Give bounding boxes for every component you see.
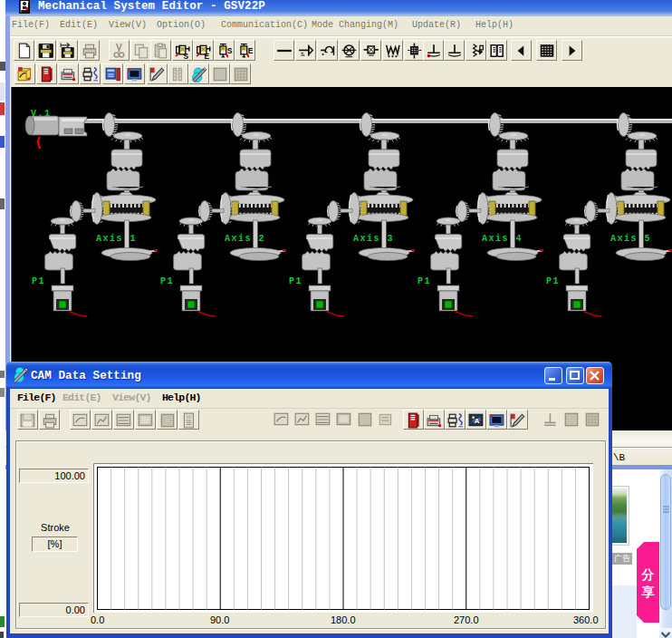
svg-text:S: S bbox=[184, 52, 189, 59]
svg-text:P1: P1 bbox=[546, 276, 560, 286]
svg-text:Axis 3: Axis 3 bbox=[353, 234, 394, 244]
svg-text:S: S bbox=[227, 46, 233, 55]
svg-text:Axis 1: Axis 1 bbox=[96, 234, 137, 244]
svg-text:A: A bbox=[475, 417, 480, 425]
svg-text:Axis 2: Axis 2 bbox=[225, 234, 265, 244]
svg-text:E: E bbox=[205, 52, 210, 59]
svg-text:Axis 4: Axis 4 bbox=[482, 234, 523, 244]
svg-text:Axis 5: Axis 5 bbox=[610, 234, 651, 244]
svg-text:P1: P1 bbox=[160, 276, 174, 286]
svg-text:P1: P1 bbox=[418, 276, 431, 286]
svg-text:P1: P1 bbox=[289, 276, 302, 286]
svg-text:P1: P1 bbox=[32, 276, 45, 286]
svg-text:E: E bbox=[248, 46, 254, 55]
